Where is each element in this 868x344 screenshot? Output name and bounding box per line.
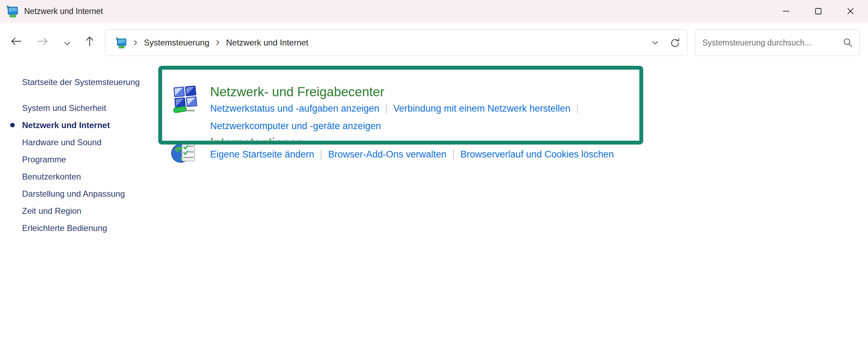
internet-options-icon[interactable] — [170, 139, 197, 166]
link-separator — [577, 104, 578, 114]
link-browser-addons-verwalten[interactable]: Browser-Add-Ons verwalten — [328, 149, 446, 160]
search-box[interactable] — [695, 29, 860, 56]
link-verbindung-herstellen[interactable]: Verbindung mit einem Netzwerk herstellen — [393, 103, 570, 114]
section-title-netzwerk-freigabecenter[interactable]: Netzwerk- und Freigabecenter — [210, 85, 384, 99]
minimize-button[interactable] — [770, 0, 802, 22]
link-browserverlauf-cookies-loeschen[interactable]: Browserverlauf und Cookies löschen — [460, 149, 614, 160]
address-dropdown-chevron-icon[interactable] — [651, 39, 660, 47]
breadcrumb-chevron-icon — [215, 39, 221, 46]
window-title: Netzwerk und Internet — [24, 7, 103, 16]
link-netzwerkcomputer-anzeigen[interactable]: Netzwerkcomputer und -geräte anzeigen — [210, 121, 381, 132]
minimize-icon — [782, 7, 791, 16]
sidebar-item-zeit-und-region[interactable]: Zeit und Region — [22, 205, 125, 223]
section1-links-row1: Netzwerkstatus und -aufgaben anzeigen Ve… — [210, 103, 584, 114]
sidebar-item-programme[interactable]: Programme — [22, 154, 125, 171]
sidebar-category-list: System und Sicherheit Netzwerk und Inter… — [22, 103, 125, 240]
sidebar-item-erleichterte-bedienung[interactable]: Erleichterte Bedienung — [22, 223, 125, 240]
breadcrumb-systemsteuerung[interactable]: Systemsteuerung — [144, 38, 209, 48]
link-netzwerkstatus-anzeigen[interactable]: Netzwerkstatus und -aufgaben anzeigen — [210, 103, 379, 114]
address-bar[interactable]: Systemsteuerung Netzwerk und Internet — [105, 29, 687, 56]
link-separator — [321, 150, 321, 160]
section-title-internetoptionen[interactable]: Internetoptionen — [210, 137, 304, 140]
control-panel-window: Netzwerk und Internet — [0, 0, 868, 344]
section2-links-row: Eigene Startseite ändern Browser-Add-Ons… — [210, 149, 614, 160]
maximize-button[interactable] — [802, 0, 834, 22]
forward-button[interactable] — [36, 35, 49, 48]
sidebar-item-hardware-und-sound[interactable]: Hardware und Sound — [22, 137, 125, 154]
window-controls — [770, 0, 867, 22]
close-button[interactable] — [834, 0, 867, 22]
forward-arrow-icon — [36, 35, 49, 48]
link-separator — [386, 104, 387, 114]
sidebar-item-benutzerkonten[interactable]: Benutzerkonten — [22, 171, 125, 188]
sidebar-item-netzwerk-und-internet[interactable]: Netzwerk und Internet — [22, 120, 125, 137]
breadcrumb-chevron-icon — [133, 39, 138, 46]
link-separator — [453, 150, 454, 160]
control-panel-breadcrumb-icon — [115, 37, 127, 49]
sidebar-item-home[interactable]: Startseite der Systemsteuerung — [22, 77, 140, 87]
control-panel-icon — [6, 5, 19, 18]
up-button[interactable] — [83, 35, 96, 48]
recent-pages-dropdown[interactable] — [61, 37, 74, 50]
navigation-bar: Systemsteuerung Netzwerk und Internet — [0, 22, 868, 59]
search-input[interactable] — [702, 38, 840, 48]
close-icon — [846, 7, 855, 16]
titlebar: Netzwerk und Internet — [0, 0, 868, 22]
chevron-down-icon — [63, 39, 71, 48]
back-button[interactable] — [10, 35, 22, 48]
sidebar-item-label: Netzwerk und Internet — [22, 120, 110, 130]
maximize-icon — [814, 7, 823, 16]
search-icon — [842, 37, 853, 48]
sidebar-item-system-und-sicherheit[interactable]: System und Sicherheit — [22, 103, 125, 120]
active-item-bullet-icon — [10, 123, 15, 127]
section-title-internetoptionen-clipped: Internetoptionen — [210, 137, 304, 140]
section1-links-row2: Netzwerkcomputer und -geräte anzeigen — [210, 121, 381, 132]
refresh-icon[interactable] — [669, 37, 681, 49]
up-arrow-icon — [83, 35, 96, 48]
back-arrow-icon — [10, 35, 22, 48]
sidebar-item-darstellung-und-anpassung[interactable]: Darstellung und Anpassung — [22, 188, 125, 205]
breadcrumb-netzwerk-und-internet[interactable]: Netzwerk und Internet — [226, 38, 308, 48]
link-eigene-startseite-aendern[interactable]: Eigene Startseite ändern — [210, 149, 314, 160]
network-sharing-icon[interactable] — [173, 85, 198, 115]
